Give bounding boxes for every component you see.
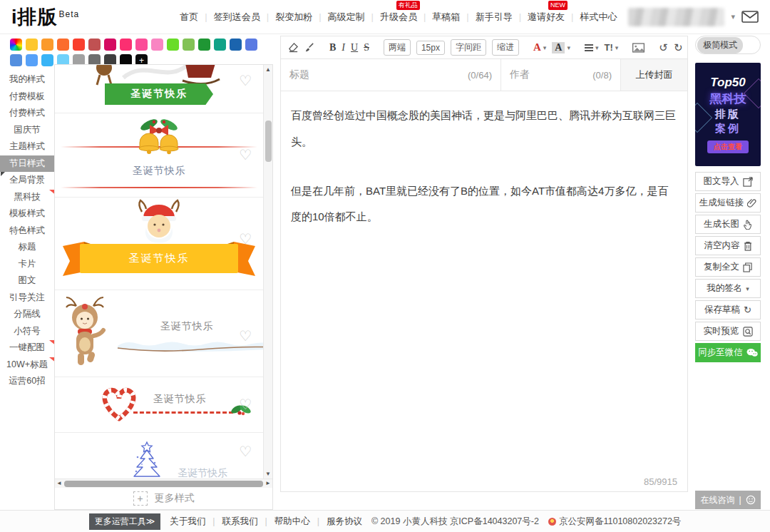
color-swatch[interactable] [120,39,132,51]
scroll-down-arrow[interactable]: ▼ [264,471,272,477]
justify-button[interactable]: 两端 [384,39,411,56]
color-swatch[interactable] [151,39,163,51]
color-swatch[interactable] [167,39,179,51]
sidebar-category[interactable]: 引导关注 [0,290,54,307]
favorite-heart-icon[interactable]: ♡ [239,148,252,162]
color-swatch[interactable] [104,39,116,51]
favorite-heart-icon[interactable]: ♡ [239,444,252,459]
save-draft-button[interactable]: 保存草稿 ↻ [695,300,761,319]
article-editor-area[interactable]: 百度曾经创造过中国概念股的美国神话，更是与阿里巴巴、腾讯并称为互联网三巨头。 但… [281,91,687,491]
color-swatch[interactable] [10,54,22,66]
copy-all-button[interactable]: 复制全文 [695,257,761,277]
sidebar-category[interactable]: 主题样式 [0,138,54,155]
nav-link[interactable]: 有礼品升级会员 [365,11,417,24]
color-swatch[interactable] [214,39,226,51]
nav-link[interactable]: 裂变加粉 [260,11,312,24]
horizontal-scrollbar[interactable]: ◄ ► [55,479,272,488]
mail-button[interactable] [741,11,759,23]
vertical-scrollbar[interactable]: ▲ ▼ [263,65,272,479]
sidebar-category[interactable]: 全局背景 [0,172,54,189]
more-tools-button[interactable]: 更多运营工具≫ [89,513,161,530]
vertical-scroll-thumb[interactable] [265,121,272,162]
style-card-candy-heart[interactable]: 圣诞节快乐 ♡ [55,377,263,433]
ad-cta-button[interactable]: 点击查看 [707,140,749,153]
letter-spacing-button[interactable]: 字间距 [451,39,486,56]
live-preview-button[interactable]: 实时预览 [695,322,761,341]
insert-image-button[interactable] [632,43,645,53]
sidebar-category[interactable]: 分隔线 [0,306,54,323]
strikethrough-button[interactable]: S [364,42,369,53]
redo-button[interactable]: ↻ [674,41,683,54]
sidebar-category[interactable]: 一键配图 [0,339,54,357]
footer-link[interactable]: 帮助中心 [257,516,309,528]
scroll-up-arrow[interactable]: ▲ [264,66,272,73]
color-swatch[interactable] [183,39,195,51]
favorite-heart-icon[interactable]: ♡ [239,232,252,246]
title-input[interactable]: 标题 (0/64) [281,59,501,91]
scroll-right-arrow[interactable]: ► [265,480,271,486]
app-logo[interactable]: i排版Beta [11,4,79,30]
color-swatch[interactable] [57,39,69,51]
color-swatch[interactable] [230,39,242,51]
sidebar-category[interactable]: 模板样式 [0,205,54,222]
style-card-blue-tree[interactable]: 圣诞节快乐 ♡ [55,433,263,479]
more-styles-button[interactable]: + 更多样式 [55,488,272,509]
italic-button[interactable]: I [342,42,345,53]
footer-link[interactable]: 关于我们 [170,516,205,528]
favorite-heart-icon[interactable]: ♡ [239,73,252,88]
format-painter-button[interactable] [304,42,315,53]
color-swatch[interactable] [26,54,38,66]
account-dropdown-caret[interactable]: ▾ [731,12,735,21]
sync-to-wechat-button[interactable]: 同步至微信 [695,343,761,362]
sidebar-category[interactable]: 图文 [0,272,54,290]
style-card-reindeer-kid[interactable]: 圣诞节快乐 ♡ [55,290,263,377]
online-consult-button[interactable]: 在线咨询 | [695,491,761,509]
sidebar-category[interactable]: 黑科技 [0,189,54,206]
sidebar-category[interactable]: 我的样式 [0,71,54,88]
sidebar-category[interactable]: 小符号 [0,323,54,340]
sidebar-category[interactable]: 节日样式 [0,155,54,173]
font-size-button[interactable]: 15px [416,41,445,55]
color-swatch[interactable] [245,39,257,51]
sidebar-category[interactable]: 特色样式 [0,222,54,240]
color-swatch[interactable] [198,39,210,51]
footer-link[interactable]: 联系我们 [205,516,257,528]
color-swatch[interactable] [73,39,85,51]
clear-format-button[interactable] [288,42,299,53]
style-card-santa-sleigh[interactable]: 圣诞节快乐 ♡ [55,65,263,113]
favorite-heart-icon[interactable]: ♡ [239,397,252,411]
import-article-button[interactable]: 图文导入 [695,172,761,191]
sidebar-category[interactable]: 运营60招 [0,373,54,390]
scroll-left-arrow[interactable]: ◄ [56,480,62,486]
sidebar-category[interactable]: 标题 [0,239,54,256]
nav-link[interactable]: 样式中心 [565,11,617,24]
list-button[interactable]: ▾ [585,44,599,51]
sidebar-category[interactable]: 付费模板 [0,88,54,106]
favorite-heart-icon[interactable]: ♡ [239,329,252,343]
color-swatch[interactable] [135,39,148,51]
style-card-bells[interactable]: 圣诞节快乐 ♡ [55,113,263,198]
style-card-santa-banner[interactable]: 圣诞节快乐 ♡ [55,198,263,290]
color-swatch[interactable] [88,39,101,51]
underline-button[interactable]: U [351,42,358,53]
nav-link[interactable]: 新手引导 [460,11,512,24]
sidebar-category[interactable]: 国庆节 [0,122,54,139]
highlight-color-button[interactable]: A▾ [552,42,570,53]
nav-link[interactable]: NEW邀请好友 [513,11,565,24]
minimal-mode-toggle[interactable]: 极简模式 [695,36,761,54]
color-swatch[interactable] [26,39,38,51]
bold-button[interactable]: B [329,42,336,53]
nav-link[interactable]: 草稿箱 [417,11,460,24]
sidebar-category[interactable]: 10W+标题 [0,357,54,374]
upload-cover-button[interactable]: 上传封面 [621,59,687,91]
footer-link[interactable]: 服务协议 [310,516,362,528]
line-height-button[interactable]: T!▾ [605,42,619,53]
author-input[interactable]: 作者 (0/8) [501,59,621,91]
nav-link[interactable]: 首页 [180,11,198,24]
clear-content-button[interactable]: 清空内容 [695,236,761,255]
sidebar-category[interactable]: 卡片 [0,256,54,273]
undo-button[interactable]: ↺ [659,41,668,54]
top50-ad-banner[interactable]: Top50 黑科技 排版 案例 点击查看 [695,63,761,166]
color-swatch[interactable] [41,39,53,51]
sidebar-category[interactable]: 付费样式 [0,105,54,122]
